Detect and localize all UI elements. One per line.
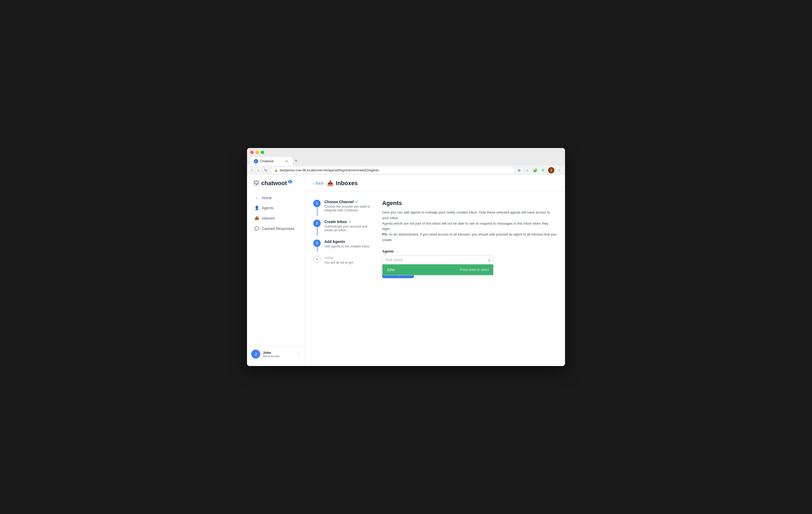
new-tab-button[interactable]: + [293, 157, 299, 165]
back-link[interactable]: ‹ Back [313, 181, 324, 185]
home-icon: ‹ [254, 195, 259, 200]
browser-chrome: Chatwoot ✕ + [247, 148, 565, 165]
logo-area: 🗨 chatwoot 8 [247, 179, 305, 193]
browser-user-avatar[interactable]: J [548, 167, 554, 173]
ps-text: As an administrator, if you need access … [382, 232, 556, 242]
agents-multiselect[interactable]: Pick some ▲ [382, 255, 493, 265]
wizard-step-add-agents: 3 Add Agents Add agents to the created i… [313, 240, 372, 248]
browser-window: Chatwoot ✕ + ‹ › ↻ 🔒 dangerous-cow-96.lo… [247, 148, 565, 366]
step-desc-2: Authenticate your account and create an … [324, 225, 372, 232]
wizard-steps: 1 Choose Channel ✓ Choose the provider y… [313, 200, 372, 278]
agents-form: Agents Here you can add agents to manage… [382, 200, 557, 278]
step-title-4: Voila! [324, 256, 372, 260]
wizard-step-voila: 4 Voila! You are all set to go! [313, 256, 372, 265]
close-button[interactable] [250, 151, 254, 154]
dropdown-item-hint: Press enter to select [460, 268, 489, 272]
user-role: Administrator [263, 355, 293, 358]
user-name: John [263, 351, 293, 355]
sidebar-item-inboxes[interactable]: 📥 Inboxes [249, 213, 303, 223]
sidebar-item-canned-responses[interactable]: 💬 Canned Responses [249, 223, 303, 234]
step-title-2: Create Inbox ✓ [324, 220, 372, 224]
tabs-bar: Chatwoot ✕ + [250, 157, 562, 165]
dropdown-item-name: John [387, 268, 395, 272]
logo-text: chatwoot [261, 180, 287, 187]
step-title-1: Choose Channel ✓ [324, 200, 372, 204]
sidebar-item-label-home: Home [262, 196, 272, 200]
step-desc-1: Choose the provider you want to integrat… [324, 205, 372, 212]
back-chevron-icon: ‹ [313, 181, 315, 185]
inboxes-icon: 📥 [254, 216, 259, 221]
step-desc-3: Add agents to the created inbox. [324, 245, 372, 248]
url-text: dangerous-cow-96.localtunnel.me/app/sett… [280, 168, 379, 172]
logo-svg: 🗨 [252, 179, 260, 187]
app-container: 🗨 chatwoot 8 ‹ Home 👤 Agents 📥 Inboxe [247, 175, 565, 366]
user-avatar: J [251, 350, 260, 358]
browser-tab[interactable]: Chatwoot ✕ [250, 157, 293, 165]
step-circle-1: 1 [313, 200, 321, 207]
desc-line-1: Here you can add agents to manage your n… [382, 210, 550, 220]
step-content-4: Voila! You are all set to go! [324, 256, 372, 265]
form-description: Here you can add agents to manage your n… [382, 210, 557, 243]
step-check-1: ✓ [355, 200, 358, 204]
wizard-step-create-inbox: 2 Create Inbox ✓ Authenticate your accou… [313, 220, 372, 232]
sidebar-item-label-agents: Agents [262, 206, 273, 210]
wizard-step-choose-channel: 1 Choose Channel ✓ Choose the provider y… [313, 200, 372, 212]
minimize-button[interactable] [256, 151, 259, 154]
address-bar-row: ‹ › ↻ 🔒 dangerous-cow-96.localtunnel.me/… [247, 165, 565, 175]
sidebar-bottom: J John Administrator ⋮ [247, 346, 305, 362]
page-title-text: Inboxes [336, 180, 358, 187]
user-menu-button[interactable]: ⋮ [296, 351, 301, 357]
main-content: ‹ Back 📥 Inboxes 1 Cho [305, 175, 565, 366]
step-check-2: ✓ [348, 220, 352, 224]
tab-favicon [254, 159, 258, 163]
browser-menu-button[interactable]: ⋮ [556, 167, 562, 173]
step-content-2: Create Inbox ✓ Authenticate your account… [324, 220, 372, 232]
sidebar-item-label-inboxes: Inboxes [262, 216, 275, 220]
back-label: Back [316, 181, 324, 185]
step-title-3: Add Agents [324, 240, 372, 244]
tab-title: Chatwoot [260, 159, 274, 163]
wizard-layout: 1 Choose Channel ✓ Choose the provider y… [305, 192, 565, 286]
chatwoot-logo: 🗨 chatwoot 8 [252, 179, 292, 187]
notification-badge: 8 [288, 180, 292, 183]
agents-label: Agents [382, 249, 557, 253]
back-nav-button[interactable]: ‹ [250, 167, 254, 173]
sidebar-nav: ‹ Home 👤 Agents 📥 Inboxes 💬 Canned Respo… [247, 193, 305, 234]
page-header: ‹ Back 📥 Inboxes [305, 175, 565, 192]
page-title: 📥 Inboxes [327, 180, 358, 187]
dropdown-list: John Press enter to select [382, 265, 493, 275]
tab-close-button[interactable]: ✕ [285, 159, 289, 163]
canned-responses-icon: 💬 [254, 226, 259, 231]
ps-label: PS: [382, 232, 388, 236]
grammarly-icon[interactable]: G [540, 167, 546, 173]
step-circle-4: 4 [313, 256, 321, 263]
desc-line-2: Agents whcih are not part of this inbox … [382, 221, 548, 231]
sidebar-item-home[interactable]: ‹ Home [249, 193, 303, 202]
inboxes-title-icon: 📥 [327, 180, 334, 186]
step-circle-2: 2 [313, 220, 321, 227]
form-title: Agents [382, 200, 557, 207]
multiselect-arrow-icon: ▲ [488, 258, 491, 262]
step-circle-3: 3 [313, 240, 321, 247]
user-info: John Administrator [263, 351, 293, 358]
sidebar: 🗨 chatwoot 8 ‹ Home 👤 Agents 📥 Inboxe [247, 175, 305, 366]
add-bookmark-button[interactable]: ⊕ [516, 167, 522, 173]
svg-text:🗨: 🗨 [254, 180, 259, 186]
forward-nav-button[interactable]: › [256, 167, 261, 173]
step-content-3: Add Agents Add agents to the created inb… [324, 240, 372, 248]
multiselect-placeholder: Pick some [385, 258, 403, 262]
avatar-letter: J [255, 352, 257, 356]
lock-icon: 🔒 [274, 169, 278, 172]
address-bar[interactable]: 🔒 dangerous-cow-96.localtunnel.me/app/se… [271, 167, 514, 173]
reload-button[interactable]: ↻ [263, 167, 269, 173]
maximize-button[interactable] [261, 151, 264, 154]
browser-actions: ⊕ ☆ 🧩 G J ⋮ [516, 167, 562, 173]
bookmark-icon[interactable]: ☆ [524, 167, 530, 173]
step-content-1: Choose Channel ✓ Choose the provider you… [324, 200, 372, 212]
dropdown-item-john[interactable]: John Press enter to select [382, 265, 493, 275]
step-desc-4: You are all set to go! [324, 261, 372, 265]
extensions-button[interactable]: 🧩 [532, 167, 538, 173]
sidebar-item-agents[interactable]: 👤 Agents [249, 203, 303, 213]
traffic-lights [250, 151, 562, 154]
multiselect-wrapper: Pick some ▲ John Press enter to select [382, 255, 493, 265]
